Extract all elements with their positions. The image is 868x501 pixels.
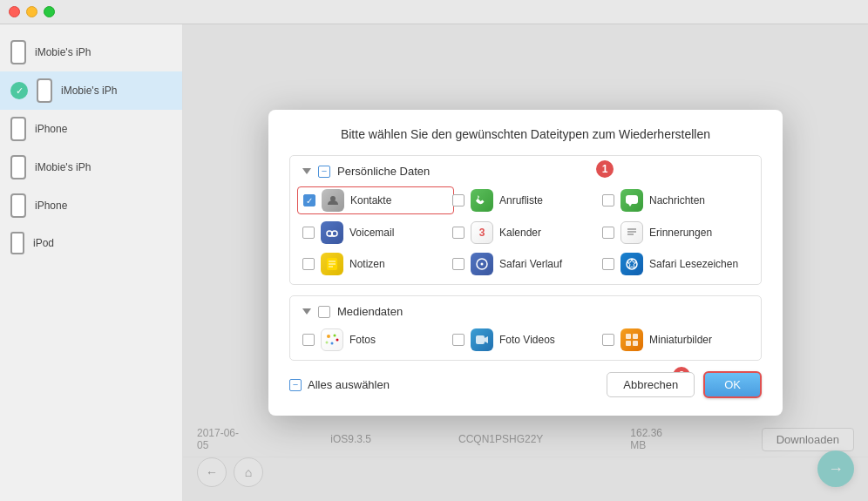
item-safari-history[interactable]: Safari Verlauf (452, 253, 599, 275)
sidebar-item-imobie2[interactable]: ✓ iMobie's iPh (0, 71, 182, 110)
item-safari-bookmarks[interactable]: Safari Lesezeichen (602, 253, 749, 275)
svg-point-2 (327, 231, 332, 236)
section-checkbox-personal[interactable] (318, 166, 330, 178)
item-label-notes: Notizen (349, 258, 385, 270)
item-label-safari-history: Safari Verlauf (499, 258, 562, 270)
item-messages[interactable]: Nachrichten (602, 188, 749, 213)
contacts-icon (322, 189, 344, 212)
item-label-contacts: Kontakte (350, 194, 391, 206)
item-label-calls: Anrufliste (499, 194, 543, 206)
item-calendar[interactable]: 3 Kalender (452, 221, 599, 244)
app-body: iMobie's iPh ✓ iMobie's iPh iPhone iMobi… (0, 24, 868, 501)
checkbox-voicemail[interactable] (302, 227, 315, 239)
device-icon (10, 117, 26, 141)
item-label-voicemail: Voicemail (349, 227, 394, 239)
section-title-personal: Persönliche Daten (337, 165, 430, 178)
checkbox-calendar[interactable] (452, 227, 465, 239)
checkbox-foto-videos[interactable] (452, 334, 465, 346)
ok-button[interactable]: OK (703, 371, 762, 398)
checkbox-contacts[interactable] (303, 194, 315, 206)
item-thumbnails[interactable]: Miniaturbilder (602, 328, 749, 351)
section-title-media: Mediendaten (337, 305, 403, 318)
item-calls[interactable]: Anrufliste (452, 188, 599, 213)
item-contacts[interactable]: Kontakte (297, 186, 454, 214)
sidebar-item-label: iPod (33, 237, 54, 249)
item-reminders[interactable]: Erinnerungen (602, 221, 749, 244)
svg-rect-22 (626, 341, 631, 346)
svg-point-14 (327, 335, 330, 338)
foto-videos-icon (471, 328, 493, 351)
voicemail-icon (321, 221, 343, 244)
svg-rect-23 (633, 341, 638, 346)
item-foto-videos[interactable]: Foto Videos (452, 328, 599, 351)
photos-icon (321, 328, 343, 351)
sidebar-item-label: iPhone (35, 200, 67, 212)
modal-footer: Alles auswählen Abbrechen OK (289, 371, 762, 398)
reminders-icon (620, 221, 643, 244)
sidebar-item-label: iMobie's iPh (61, 85, 117, 97)
svg-rect-21 (633, 334, 638, 339)
item-notes[interactable]: Notizen (302, 253, 449, 275)
item-label-safari-bookmarks: Safari Lesezeichen (649, 258, 738, 270)
select-all-label: Alles auswählen (308, 378, 390, 391)
cancel-button[interactable]: Abbrechen (607, 372, 695, 397)
collapse-icon (302, 168, 311, 174)
checkbox-thumbnails[interactable] (602, 334, 614, 346)
checkbox-photos[interactable] (302, 334, 315, 346)
select-all[interactable]: Alles auswählen (289, 378, 390, 391)
checkbox-safari-bookmarks[interactable] (602, 258, 614, 270)
messages-icon (620, 189, 643, 212)
sidebar: iMobie's iPh ✓ iMobie's iPh iPhone iMobi… (0, 24, 183, 501)
checkbox-safari-history[interactable] (452, 258, 465, 270)
personal-items-grid: Kontakte Anrufliste (302, 188, 749, 275)
notes-icon (321, 253, 343, 275)
device-icon (10, 40, 26, 64)
device-icon (10, 193, 26, 218)
device-icon (10, 155, 26, 179)
select-all-checkbox[interactable] (289, 379, 302, 391)
item-label-reminders: Erinnerungen (649, 227, 712, 239)
svg-point-16 (336, 339, 339, 342)
media-data-section: Mediendaten Fotos (289, 295, 762, 361)
svg-rect-19 (476, 335, 485, 344)
sidebar-item-iphone2[interactable]: iPhone (0, 186, 182, 225)
modal-title: Bitte wählen Sie den gewünschten Dateity… (289, 127, 762, 141)
checkbox-messages[interactable] (602, 194, 614, 206)
modal-overlay: 1 Bitte wählen Sie den gewünschten Datei… (183, 24, 868, 501)
collapse-icon-media (302, 308, 311, 315)
section-header-media[interactable]: Mediendaten (302, 305, 749, 318)
safari-bookmarks-icon (620, 253, 643, 275)
minimize-button[interactable] (26, 6, 37, 17)
sidebar-item-label: iMobie's iPh (35, 161, 91, 173)
svg-point-13 (627, 259, 637, 269)
checkbox-notes[interactable] (302, 258, 315, 270)
item-voicemail[interactable]: Voicemail (302, 221, 449, 244)
section-checkbox-media[interactable] (318, 306, 330, 318)
calendar-icon: 3 (471, 221, 493, 244)
checkbox-calls[interactable] (452, 194, 465, 206)
item-label-calendar: Kalender (499, 227, 541, 239)
footer-buttons: Abbrechen OK (607, 371, 762, 398)
sidebar-item-imobie1[interactable]: iMobie's iPh (0, 33, 182, 71)
item-label-foto-videos: Foto Videos (499, 334, 555, 346)
maximize-button[interactable] (44, 6, 55, 17)
checkbox-reminders[interactable] (602, 227, 614, 239)
sidebar-item-iphone1[interactable]: iPhone (0, 110, 182, 148)
thumbnails-icon (620, 328, 643, 351)
sidebar-item-imobie3[interactable]: iMobie's iPh (0, 148, 182, 186)
item-photos[interactable]: Fotos (302, 328, 449, 351)
close-button[interactable] (9, 6, 20, 17)
item-label-messages: Nachrichten (649, 194, 705, 206)
personal-data-section: Persönliche Daten Kontakte (289, 155, 762, 285)
svg-rect-20 (626, 334, 631, 339)
safari-history-icon (471, 253, 493, 275)
main-content: 2017-06-05 iOS9.3.5 CCQN1PSHG22Y 162.36 … (183, 24, 868, 501)
svg-point-12 (481, 263, 484, 266)
svg-point-18 (326, 342, 329, 344)
svg-rect-1 (626, 195, 638, 204)
sidebar-item-ipod[interactable]: iPod (0, 225, 182, 261)
svg-point-3 (332, 231, 337, 236)
svg-point-15 (334, 335, 336, 337)
section-header-personal[interactable]: Persönliche Daten (302, 165, 749, 178)
modal-dialog: 1 Bitte wählen Sie den gewünschten Datei… (268, 110, 783, 416)
